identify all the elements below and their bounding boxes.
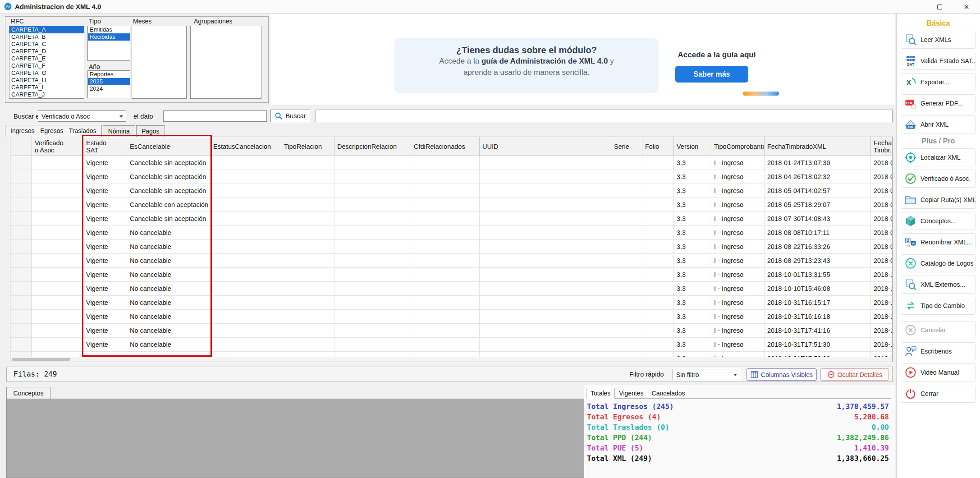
column-header[interactable]: EsCancelable [127, 137, 211, 156]
sidebar-button-cerrar[interactable]: Cerrar [901, 385, 976, 403]
totals-tab-vigentes[interactable]: Vigentes [615, 388, 647, 398]
table-row[interactable]: VigenteCancelable sin aceptación3.3I - I… [10, 170, 892, 184]
table-row[interactable]: VigenteNo cancelable3.3I - Ingreso2018-0… [10, 240, 892, 254]
tab-pagos[interactable]: Pagos [136, 125, 165, 137]
table-row[interactable]: VigenteNo cancelable3.3I - Ingreso2018-0… [10, 254, 892, 268]
list-item[interactable]: 2024 [88, 85, 130, 92]
table-row[interactable]: VigenteNo cancelable3.3I - Ingreso2018-1… [10, 296, 892, 310]
sidebar-button-conceptos[interactable]: Conceptos... [901, 212, 976, 230]
table-cell [10, 198, 32, 211]
scrollbar-thumb[interactable] [12, 358, 70, 361]
table-cell: 2018-1 [871, 310, 892, 323]
column-header[interactable]: TipoRelacion [281, 137, 334, 156]
column-header[interactable]: Verificado o Asoc [32, 137, 83, 156]
table-row[interactable]: VigenteCancelable con aceptación3.3I - I… [10, 198, 892, 212]
horizontal-scrollbar[interactable] [10, 357, 892, 362]
table-row[interactable]: VigenteNo cancelable3.3I - Ingreso2018-1… [10, 282, 892, 296]
table-cell [32, 282, 83, 295]
sidebar-button-generar-pdf[interactable]: PDFGenerar PDF... [901, 94, 976, 112]
column-header[interactable]: Serie [611, 137, 642, 156]
list-item[interactable]: CARPETA_C [9, 41, 84, 48]
column-header[interactable]: Fecha Timbr... [871, 137, 893, 156]
table-row[interactable]: VigenteNo cancelable3.3I - Ingreso2018-1… [10, 324, 892, 338]
agrupaciones-listbox[interactable] [190, 26, 261, 99]
sidebar-button-renombrar-xml[interactable]: BARenombrar XML... [901, 233, 976, 251]
sidebar-button-cancelar[interactable]: Cancelar [901, 321, 976, 339]
buscar-button[interactable]: Buscar [270, 110, 310, 122]
column-header[interactable]: UUID [480, 137, 611, 156]
tab-ingresos-egresos-traslados[interactable]: Ingresos - Egresos - Traslados [5, 125, 102, 137]
list-item[interactable]: Reportes [88, 71, 130, 78]
minimize-button[interactable] [899, 0, 926, 14]
tab-n-mina[interactable]: Nómina [103, 125, 135, 137]
table-cell [32, 184, 83, 198]
totals-tab-totales[interactable]: Totales [586, 388, 615, 399]
tipo-listbox[interactable]: EmitidasRecibidas [87, 26, 130, 61]
sidebar-button-valida-estado-sat[interactable]: SATValida Estado SAT... [901, 52, 976, 70]
close-button[interactable]: × [953, 0, 980, 14]
anio-listbox[interactable]: Reportes20252024 [87, 70, 130, 98]
table-cell: 2018-10-31T16:15:17 [765, 296, 871, 309]
rfc-listbox[interactable]: CARPETA_ACARPETA_BCARPETA_CCARPETA_DCARP… [9, 26, 84, 99]
total-value: 5,200.68 [854, 413, 889, 421]
saber-mas-button[interactable]: Saber más [675, 66, 748, 83]
list-item[interactable]: CARPETA_D [9, 48, 84, 55]
guide-title: Accede a la guía aquí [667, 51, 766, 60]
column-header[interactable]: DescripcionRelacion [334, 137, 411, 156]
column-header[interactable]: Estado SAT [83, 137, 127, 156]
total-label: Total Traslados (0) [587, 423, 669, 432]
table-row[interactable]: VigenteCancelable sin aceptación3.3I - I… [10, 156, 892, 170]
list-item[interactable]: CARPETA_E [9, 55, 84, 62]
buscar-en-select[interactable]: Verificado o Asoc [38, 110, 126, 122]
columnas-visibles-button[interactable]: Columnas Visibles [746, 368, 817, 381]
sidebar-button-catalogo-de-logos[interactable]: Catalogo de Logos [901, 254, 976, 272]
filtro-rapido-select[interactable]: Sin filtro [673, 369, 740, 380]
sidebar-button-tipo-de-cambio[interactable]: Tipo de Cambio [901, 297, 976, 315]
conceptos-tab[interactable]: Conceptos [6, 387, 50, 399]
sidebar-button-escribenos[interactable]: Escribenos [901, 342, 976, 360]
list-item[interactable]: CARPETA_F [9, 62, 84, 69]
table-row[interactable]: VigenteNo cancelable3.3I - Ingreso2018-1… [10, 310, 892, 324]
column-header[interactable]: Folio [642, 137, 674, 156]
table-row[interactable]: VigenteCancelable sin aceptación3.3I - I… [10, 184, 892, 198]
list-item[interactable]: CARPETA_B [9, 33, 84, 41]
column-header[interactable]: EstatusCancelacion [211, 137, 281, 156]
table-cell [334, 226, 411, 239]
dato-input[interactable] [163, 110, 267, 122]
sidebar-button-verificado-asoc[interactable]: Verificado ó Asoc. [901, 170, 976, 188]
sidebar-button-leer-xmls[interactable]: Leer XMLs [901, 31, 976, 49]
column-header[interactable]: Version [674, 137, 711, 156]
table-row[interactable]: VigenteNo cancelable3.3I - Ingreso2018-1… [10, 338, 892, 352]
sidebar-button-abrir-xml[interactable]: XMLAbrir XML [901, 115, 976, 133]
table-row[interactable]: VigenteNo cancelable3.3I - Ingreso2018-1… [10, 268, 892, 282]
list-item[interactable]: CARPETA_A [9, 26, 84, 33]
meses-listbox[interactable] [132, 26, 187, 99]
column-header[interactable]: TipoComprobante [711, 137, 765, 156]
list-item[interactable]: Emitidas [88, 26, 130, 33]
totals-rows: Total Ingresos (245)1,378,459.57Total Eg… [587, 401, 889, 464]
sidebar-button-xml-externos[interactable]: XML Externos... [901, 276, 976, 294]
column-header[interactable]: CfdiRelacionados [411, 137, 480, 156]
list-item[interactable]: Recibidas [88, 33, 130, 41]
table-cell: I - Ingreso [711, 338, 765, 351]
sidebar-button-exportar[interactable]: XExportar... [901, 73, 976, 91]
sidebar-button-video-manual[interactable]: Video Manual [901, 363, 976, 381]
column-header[interactable]: FechaTimbradoXML [765, 137, 871, 156]
sidebar-button-localizar-xml[interactable]: Localizar XML [901, 148, 976, 166]
column-header[interactable] [10, 137, 32, 156]
maximize-button[interactable] [926, 0, 953, 14]
list-item[interactable]: CARPETA_G [9, 69, 84, 77]
power-icon [904, 387, 917, 400]
list-item[interactable]: CARPETA_J [9, 91, 84, 98]
table-row[interactable]: VigenteNo cancelable3.3I - Ingreso2018-0… [10, 226, 892, 240]
ocultar-detalles-button[interactable]: Ocultar Detalles [820, 368, 889, 381]
table-cell: Vigente [83, 338, 127, 351]
list-item[interactable]: 2025 [88, 78, 130, 85]
table-cell [642, 156, 674, 170]
sidebar-button-copiar-ruta-s-xml[interactable]: Copiar Ruta(s) XML [901, 191, 976, 209]
list-item[interactable]: CARPETA_I [9, 84, 84, 91]
table-row[interactable]: VigenteCancelable sin aceptación3.3I - I… [10, 212, 892, 226]
main-tabstrip: Ingresos - Egresos - TrasladosNóminaPago… [5, 125, 166, 137]
totals-tab-cancelados[interactable]: Cancelados [648, 388, 689, 398]
list-item[interactable]: CARPETA_H [9, 77, 84, 84]
